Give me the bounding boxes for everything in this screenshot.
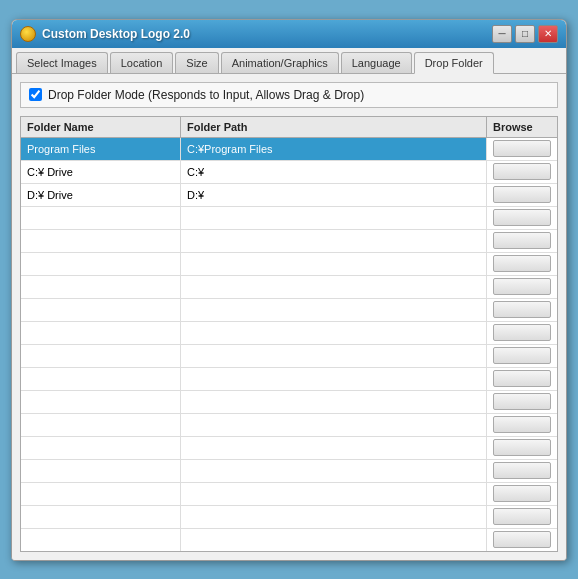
browse-button[interactable]: [493, 370, 551, 387]
folder-path-cell: [181, 529, 487, 551]
tab-animation-graphics[interactable]: Animation/Graphics: [221, 52, 339, 73]
folder-path-cell: [181, 253, 487, 275]
folder-name-cell: [21, 207, 181, 229]
table-row[interactable]: [21, 391, 557, 414]
folder-name-cell: [21, 253, 181, 275]
table-row[interactable]: [21, 253, 557, 276]
folder-name-cell: [21, 414, 181, 436]
table-row[interactable]: [21, 437, 557, 460]
tab-drop-folder[interactable]: Drop Folder: [414, 52, 494, 74]
browse-cell: [487, 345, 557, 367]
folder-name-cell: [21, 506, 181, 528]
browse-cell: [487, 253, 557, 275]
folder-path-cell: D:¥: [181, 184, 487, 206]
folder-path-cell: [181, 414, 487, 436]
folder-name-cell: [21, 391, 181, 413]
table-row[interactable]: [21, 529, 557, 551]
table-row[interactable]: [21, 322, 557, 345]
table-row[interactable]: [21, 345, 557, 368]
table-row[interactable]: [21, 414, 557, 437]
folder-path-cell: C:¥: [181, 161, 487, 183]
browse-button[interactable]: [493, 485, 551, 502]
table-row[interactable]: [21, 276, 557, 299]
table-row[interactable]: [21, 506, 557, 529]
browse-button[interactable]: [493, 508, 551, 525]
folder-path-cell: C:¥Program Files: [181, 138, 487, 160]
folder-name-cell: D:¥ Drive: [21, 184, 181, 206]
browse-cell: [487, 391, 557, 413]
browse-cell: [487, 322, 557, 344]
browse-cell: [487, 299, 557, 321]
tab-select-images[interactable]: Select Images: [16, 52, 108, 73]
folder-table: Folder Name Folder Path Browse Program F…: [20, 116, 558, 552]
browse-button[interactable]: [493, 439, 551, 456]
browse-button[interactable]: [493, 278, 551, 295]
window-title: Custom Desktop Logo 2.0: [42, 27, 190, 41]
app-icon: [20, 26, 36, 42]
maximize-button[interactable]: □: [515, 25, 535, 43]
table-row[interactable]: C:¥ DriveC:¥: [21, 161, 557, 184]
table-row[interactable]: Program FilesC:¥Program Files: [21, 138, 557, 161]
tab-size[interactable]: Size: [175, 52, 218, 73]
browse-cell: [487, 483, 557, 505]
browse-cell: [487, 437, 557, 459]
folder-path-cell: [181, 276, 487, 298]
browse-button[interactable]: [493, 140, 551, 157]
browse-button[interactable]: [493, 393, 551, 410]
browse-button[interactable]: [493, 462, 551, 479]
tab-location[interactable]: Location: [110, 52, 174, 73]
folder-name-cell: [21, 276, 181, 298]
tabs-bar: Select Images Location Size Animation/Gr…: [12, 48, 566, 74]
browse-button[interactable]: [493, 232, 551, 249]
table-row[interactable]: [21, 230, 557, 253]
table-row[interactable]: [21, 483, 557, 506]
close-button[interactable]: ✕: [538, 25, 558, 43]
drop-folder-checkbox[interactable]: [29, 88, 42, 101]
browse-button[interactable]: [493, 186, 551, 203]
browse-button[interactable]: [493, 209, 551, 226]
folder-path-cell: [181, 207, 487, 229]
folder-path-cell: [181, 483, 487, 505]
folder-name-cell: [21, 437, 181, 459]
browse-cell: [487, 529, 557, 551]
folder-name-cell: [21, 529, 181, 551]
browse-button[interactable]: [493, 416, 551, 433]
minimize-button[interactable]: ─: [492, 25, 512, 43]
browse-button[interactable]: [493, 531, 551, 548]
title-buttons: ─ □ ✕: [492, 25, 558, 43]
table-row[interactable]: [21, 299, 557, 322]
title-bar: Custom Desktop Logo 2.0 ─ □ ✕: [12, 20, 566, 48]
folder-path-cell: [181, 345, 487, 367]
folder-name-header: Folder Name: [21, 117, 181, 137]
browse-cell: [487, 460, 557, 482]
browse-button[interactable]: [493, 347, 551, 364]
folder-name-cell: [21, 299, 181, 321]
table-row[interactable]: [21, 368, 557, 391]
folder-name-cell: Program Files: [21, 138, 181, 160]
table-row[interactable]: [21, 207, 557, 230]
tab-language[interactable]: Language: [341, 52, 412, 73]
folder-name-cell: [21, 345, 181, 367]
folder-path-cell: [181, 437, 487, 459]
folder-path-cell: [181, 460, 487, 482]
folder-path-cell: [181, 368, 487, 390]
browse-cell: [487, 184, 557, 206]
folder-name-cell: [21, 483, 181, 505]
browse-cell: [487, 368, 557, 390]
browse-button[interactable]: [493, 163, 551, 180]
browse-cell: [487, 230, 557, 252]
table-row[interactable]: D:¥ DriveD:¥: [21, 184, 557, 207]
folder-path-header: Folder Path: [181, 117, 487, 137]
folder-path-cell: [181, 506, 487, 528]
folder-path-cell: [181, 391, 487, 413]
browse-cell: [487, 161, 557, 183]
browse-button[interactable]: [493, 324, 551, 341]
browse-button[interactable]: [493, 255, 551, 272]
table-body: Program FilesC:¥Program FilesC:¥ DriveC:…: [21, 138, 557, 551]
tab-content: Drop Folder Mode (Responds to Input, All…: [12, 74, 566, 560]
browse-cell: [487, 506, 557, 528]
browse-button[interactable]: [493, 301, 551, 318]
table-row[interactable]: [21, 460, 557, 483]
folder-path-cell: [181, 299, 487, 321]
folder-path-cell: [181, 230, 487, 252]
